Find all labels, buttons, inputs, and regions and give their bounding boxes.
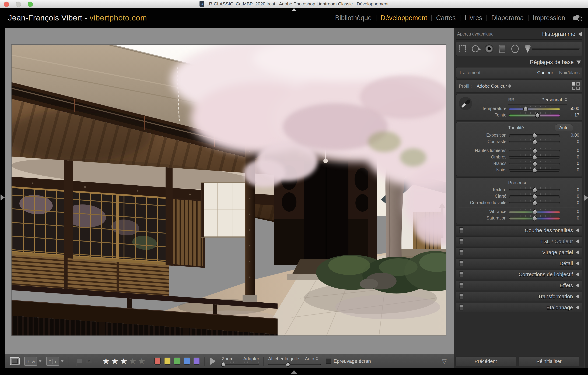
spot-removal-icon[interactable]	[472, 45, 479, 52]
soft-proof-checkbox[interactable]	[326, 359, 331, 364]
zoom-button[interactable]	[28, 1, 33, 7]
pick-flag-icon[interactable]	[77, 359, 82, 363]
slider-value[interactable]: 0	[560, 154, 580, 160]
toolbar-options-dropdown-icon[interactable]: ▽	[442, 358, 447, 365]
grid-size-slider[interactable]	[268, 363, 321, 366]
module-tab[interactable]: Cartes	[434, 14, 457, 22]
slider-value[interactable]: 0,00	[560, 132, 580, 138]
panel-expand-arrow-icon[interactable]	[576, 272, 579, 277]
slider[interactable]	[509, 147, 560, 154]
slider-value[interactable]: 0	[560, 187, 580, 192]
grid-mode-select[interactable]: Auto	[305, 356, 318, 362]
slider[interactable]	[509, 112, 560, 118]
slider-value[interactable]: 0	[560, 200, 580, 205]
slider-value[interactable]: 0	[560, 139, 580, 144]
panel-expand-arrow-icon[interactable]	[576, 228, 579, 233]
slider-value[interactable]: 5000	[560, 106, 580, 111]
profile-browser-icon[interactable]	[572, 82, 580, 90]
radial-filter-icon[interactable]	[511, 45, 519, 53]
panel-section-header[interactable]: Corrections de l'objectif	[456, 270, 582, 279]
color-label-chip[interactable]	[194, 358, 200, 365]
soft-proof-label[interactable]: Epreuvage écran	[334, 358, 371, 364]
slider-value[interactable]: + 17	[560, 112, 580, 118]
rating-star[interactable]: ★	[102, 357, 110, 365]
slider-value[interactable]: 0	[560, 167, 580, 172]
panel-enable-toggle[interactable]	[459, 304, 463, 310]
slider-thumb[interactable]	[532, 132, 538, 139]
slider-value[interactable]: 0	[560, 148, 580, 153]
identity-plate[interactable]: Jean-François Vibert - vibertphoto.com	[8, 13, 147, 22]
grid-slider-track[interactable]	[268, 364, 321, 365]
slider[interactable]	[509, 215, 560, 221]
slider[interactable]	[509, 208, 560, 215]
slider-value[interactable]: 0	[560, 209, 580, 214]
photo-preview[interactable]	[11, 45, 446, 335]
reject-flag-icon[interactable]: x	[86, 359, 92, 363]
panel-enable-toggle[interactable]	[459, 283, 463, 288]
red-eye-icon[interactable]	[485, 44, 494, 53]
previous-button[interactable]: Précédent	[455, 356, 516, 366]
color-label-chip[interactable]	[174, 358, 180, 365]
panel-expand-arrow-icon[interactable]	[576, 261, 579, 266]
fit-label[interactable]: Adapter	[243, 356, 259, 362]
panel-enable-toggle[interactable]	[459, 227, 463, 233]
panel-enable-toggle[interactable]	[459, 238, 463, 244]
basic-panel-header[interactable]: Réglages de base	[454, 58, 584, 67]
panel-enable-toggle[interactable]	[459, 249, 463, 255]
panel-section-header[interactable]: TSL/ Couleur	[456, 236, 582, 246]
panel-enable-toggle[interactable]	[459, 260, 463, 266]
rating-star[interactable]: ★	[129, 357, 136, 365]
histogram-collapse-arrow-icon[interactable]	[578, 32, 582, 36]
slider[interactable]	[509, 138, 560, 145]
left-panel-show-arrow[interactable]	[0, 194, 5, 201]
module-tab[interactable]: Impression	[531, 14, 567, 22]
panel-section-header[interactable]: Transformation	[456, 292, 582, 301]
minimize-button[interactable]	[16, 1, 21, 7]
auto-tone-button[interactable]: Auto	[555, 124, 574, 131]
close-button[interactable]	[4, 1, 9, 7]
slider[interactable]	[509, 105, 560, 112]
top-panel-toggle-arrow[interactable]	[291, 8, 297, 11]
rating-star[interactable]: ★	[111, 357, 119, 365]
panel-section-header[interactable]: Courbe des tonalités	[456, 225, 582, 235]
reset-button[interactable]: Réinitialiser	[518, 356, 579, 366]
zoom-slider[interactable]	[222, 363, 259, 366]
panel-section-header[interactable]: Détail	[456, 259, 582, 268]
slider[interactable]	[509, 160, 560, 167]
slider-track[interactable]	[509, 108, 560, 110]
module-tab[interactable]: Développement	[379, 14, 429, 22]
histogram-panel-title[interactable]: Histogramme	[542, 31, 575, 37]
loupe-view-button[interactable]	[10, 357, 20, 365]
zoom-slider-track[interactable]	[222, 364, 259, 365]
slider-value[interactable]: 0	[560, 194, 580, 199]
slider[interactable]	[509, 193, 560, 199]
impromptu-slideshow-play-icon[interactable]	[210, 357, 216, 365]
color-label-chip[interactable]	[164, 358, 170, 365]
color-label-chip[interactable]	[154, 358, 161, 365]
survey-view-button[interactable]: YY	[46, 357, 59, 366]
adjustment-brush-icon[interactable]	[525, 45, 531, 53]
compare-dropdown-icon[interactable]	[39, 360, 42, 362]
slider[interactable]	[509, 154, 560, 160]
basic-expand-arrow-icon[interactable]	[577, 61, 581, 64]
treatment-bw-option[interactable]: Noir/blanc	[559, 70, 580, 75]
slider[interactable]	[509, 199, 560, 206]
module-tab[interactable]: Livres	[463, 14, 484, 22]
panel-expand-arrow-icon[interactable]	[576, 239, 579, 244]
filmstrip-toggle-arrow[interactable]	[291, 370, 297, 374]
updown-arrows-icon[interactable]	[508, 84, 511, 88]
rating-star[interactable]: ★	[138, 357, 146, 365]
wb-preset-value[interactable]: Personnal.	[541, 97, 567, 102]
profile-value[interactable]: Adobe Couleur	[477, 83, 507, 89]
panel-section-header[interactable]: Etalonnage	[456, 303, 582, 312]
module-tab[interactable]: Diaporama	[490, 14, 525, 22]
sync-status-cloud-icon[interactable]: !	[572, 14, 583, 22]
panel-expand-arrow-icon[interactable]	[576, 283, 579, 288]
slider-track[interactable]	[509, 114, 560, 117]
module-tab[interactable]: Bibliothèque	[333, 14, 373, 22]
panel-section-header[interactable]: Effets	[456, 281, 582, 290]
zoom-label[interactable]: Zoom	[222, 356, 233, 362]
slider-value[interactable]: 0	[560, 161, 580, 166]
grid-slider-thumb[interactable]	[285, 362, 291, 368]
right-panel-hide-arrow[interactable]	[584, 195, 588, 201]
